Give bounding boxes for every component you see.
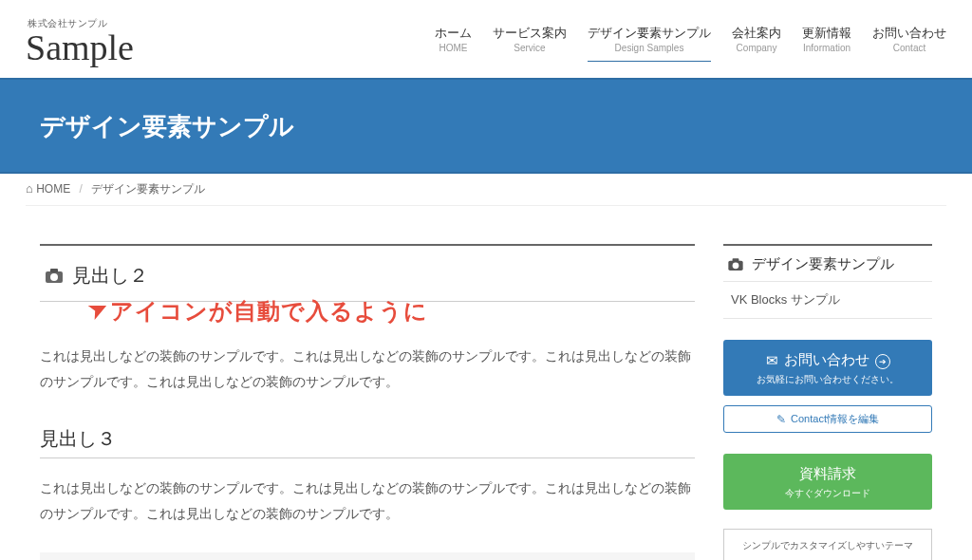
- nav-item-design-samples[interactable]: デザイン要素サンプル Design Samples: [588, 25, 711, 62]
- nav-item-information[interactable]: 更新情報 Information: [802, 25, 851, 62]
- main-content: 見出し２ ➤ アイコンが自動で入るように これは見出しなどの装飾のサンプルです。…: [40, 244, 695, 560]
- mail-icon: [766, 352, 778, 369]
- primary-nav: ホーム HOME サービス案内 Service デザイン要素サンプル Desig…: [435, 25, 946, 62]
- edit-contact-button[interactable]: Contact情報を編集: [723, 405, 932, 433]
- site-logo: Sample: [26, 27, 134, 68]
- page-title: デザイン要素サンプル: [40, 110, 932, 143]
- paragraph-1: これは見出しなどの装飾のサンプルです。これは見出しなどの装飾のサンプルです。これ…: [40, 344, 695, 394]
- nav-item-home[interactable]: ホーム HOME: [435, 25, 472, 62]
- heading-2-block: 見出し２: [40, 244, 695, 302]
- nav-item-service[interactable]: サービス案内 Service: [493, 25, 567, 62]
- annotation-overlay: ➤ アイコンが自動で入るように: [40, 296, 695, 327]
- pencil-icon: [776, 413, 786, 426]
- nav-item-company[interactable]: 会社案内 Company: [732, 25, 781, 62]
- nav-item-contact[interactable]: お問い合わせ Contact: [872, 25, 946, 62]
- sidebar-item-vkblocks[interactable]: VK Blocks サンプル: [723, 281, 932, 319]
- breadcrumb: HOME / デザイン要素サンプル: [26, 174, 946, 206]
- breadcrumb-current: デザイン要素サンプル: [91, 182, 205, 196]
- sidebar: デザイン要素サンプル VK Blocks サンプル お問い合わせ お気軽にお問い…: [723, 244, 932, 560]
- heading-4-block: 見出し４: [40, 552, 695, 560]
- home-icon: [26, 181, 33, 196]
- page-hero: デザイン要素サンプル: [0, 78, 972, 174]
- paragraph-2: これは見出しなどの装飾のサンプルです。これは見出しなどの装飾のサンプルです。これ…: [40, 476, 695, 526]
- lightning-banner[interactable]: シンプルでカスタマイズしやすいテーマ Lightning WordPress T…: [723, 529, 932, 560]
- camera-icon: [46, 270, 63, 283]
- annotation-text: アイコンが自動で入るように: [110, 296, 428, 327]
- arrow-right-icon: [875, 351, 890, 369]
- breadcrumb-sep: /: [80, 182, 83, 196]
- heading-3-block: 見出し３: [40, 420, 695, 458]
- angle-left-icon: [779, 554, 786, 560]
- header: 株式会社サンプル Sample ホーム HOME サービス案内 Service …: [26, 0, 946, 76]
- sidebar-heading: デザイン要素サンプル: [723, 244, 932, 281]
- heading-3-text: 見出し３: [40, 428, 116, 449]
- contact-button[interactable]: お問い合わせ お気軽にお問い合わせください。: [723, 340, 932, 396]
- arrow-icon: ➤: [84, 293, 113, 325]
- angle-right-icon: [869, 554, 875, 560]
- download-button[interactable]: 資料請求 今すぐダウンロード: [723, 454, 932, 510]
- heading-2-text: 見出し２: [72, 263, 148, 289]
- breadcrumb-home-link[interactable]: HOME: [36, 182, 70, 196]
- camera-icon: [728, 259, 742, 271]
- site-branding[interactable]: 株式会社サンプル Sample: [26, 17, 134, 68]
